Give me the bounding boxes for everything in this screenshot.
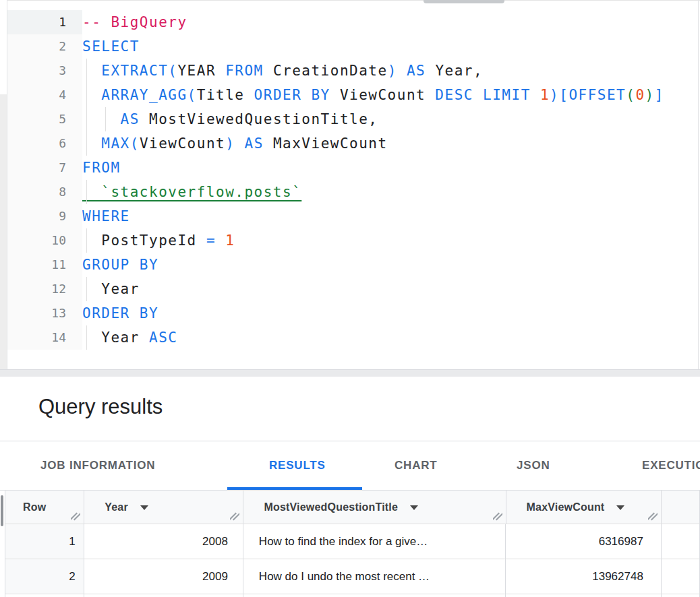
table-row: 12008How to find the index for a give…63… [5,524,700,559]
cell-row: 2 [5,559,84,594]
line-number: 3 [7,59,82,83]
indent-guide [86,180,87,204]
code-line-9[interactable]: WHERE [82,204,698,228]
cell-partial [243,594,506,597]
tab-chart[interactable]: CHART [395,441,438,490]
code-line-13[interactable]: ORDER BY [82,301,698,325]
table-row: 22009How do I undo the most recent …1396… [5,559,700,594]
line-number: 4 [7,83,82,107]
column-resize-grip[interactable] [648,512,658,521]
line-number: 13 [7,301,82,325]
code-line-2[interactable]: SELECT [82,34,698,59]
indent-guide [86,131,87,156]
column-header-label: Year [105,501,128,513]
cell-clipped [662,524,700,559]
results-table: RowYearMostViewedQuestionTitleMaxViewCou… [5,491,700,597]
cell-partial [84,594,243,597]
line-number: 1 [7,10,82,34]
line-number: 2 [7,34,82,59]
column-header-label: MostViewedQuestionTitle [264,501,398,513]
gutter: 1234567891011121314 [7,10,82,350]
code-area[interactable]: -- BigQuerySELECT EXTRACT(YEAR FROM Crea… [82,10,698,350]
code-line-11[interactable]: GROUP BY [82,253,698,277]
code-line-5[interactable]: AS MostViewedQuestionTitle, [82,107,698,131]
sql-editor[interactable]: 1234567891011121314 -- BigQuerySELECT EX… [0,0,700,369]
line-number: 10 [7,228,82,253]
column-header-label: Row [23,501,46,513]
indent-guide [86,277,87,301]
indent-guide [86,228,87,253]
line-number: 6 [7,131,82,156]
editor-top-border [0,0,700,1]
cell-mostviewedquestiontitle: How to find the index for a give… [243,524,506,559]
editor-right-border [698,0,699,369]
line-number: 7 [7,156,82,180]
code-line-1[interactable]: -- BigQuery [82,10,698,34]
code-line-10[interactable]: PostTypeId = 1 [82,228,698,253]
cell-mostviewedquestiontitle: How do I undo the most recent … [243,559,506,594]
column-header-label: MaxViewCount [527,501,605,513]
left-panel-edge [0,0,7,369]
panel-drag-handle[interactable] [424,0,504,3]
column-menu-arrow-icon[interactable] [140,505,148,510]
line-number: 9 [7,204,82,228]
column-resize-grip[interactable] [230,512,239,521]
bigquery-console: 1234567891011121314 -- BigQuerySELECT EX… [0,0,700,597]
indent-guide [105,107,106,131]
cell-year: 2008 [84,524,243,559]
results-tabbar: JOB INFORMATIONRESULTSCHARTJSONEXECUTIO [0,441,700,491]
column-header-clipped [662,491,700,524]
code-line-3[interactable]: EXTRACT(YEAR FROM CreationDate) AS Year, [82,59,698,83]
cell-maxviewcount: 13962748 [506,559,662,594]
line-number: 12 [7,277,82,301]
cell-partial [662,594,700,597]
indent-guide [86,107,87,131]
column-menu-arrow-icon[interactable] [410,505,418,510]
code-line-8[interactable]: `stackoverflow.posts` [82,180,698,204]
table-row-partial [5,594,700,597]
line-number: 11 [7,253,82,277]
cell-clipped [662,559,700,594]
code-line-6[interactable]: MAX(ViewCount) AS MaxViewCount [82,131,698,156]
cell-row: 1 [5,524,84,559]
line-number: 14 [7,325,82,350]
column-header-mostviewedquestiontitle[interactable]: MostViewedQuestionTitle [243,491,506,524]
code-line-4[interactable]: ARRAY_AGG(Title ORDER BY ViewCount DESC … [82,83,698,107]
code-line-14[interactable]: Year ASC [82,325,698,350]
left-panel-edge-shade [0,94,7,369]
cell-year: 2009 [84,559,243,594]
code-line-12[interactable]: Year [82,277,698,301]
code-line-7[interactable]: FROM [82,156,698,180]
page-title: Query results [38,395,163,419]
column-resize-grip[interactable] [493,512,502,521]
line-number: 5 [7,107,82,131]
tab-job-information[interactable]: JOB INFORMATION [40,441,155,490]
tab-json[interactable]: JSON [517,441,550,490]
indent-guide [86,325,87,350]
tab-results[interactable]: RESULTS [269,441,326,490]
column-header-row[interactable]: Row [5,491,84,524]
cell-partial [5,594,84,597]
table-header-row: RowYearMostViewedQuestionTitleMaxViewCou… [5,491,700,524]
column-header-maxviewcount[interactable]: MaxViewCount [506,491,662,524]
cell-partial [506,594,661,597]
tab-executio[interactable]: EXECUTIO [642,441,700,490]
indent-guide [86,83,87,107]
section-divider-band [0,369,700,377]
cell-maxviewcount: 6316987 [506,524,662,559]
column-resize-grip[interactable] [71,512,80,521]
query-results-header: Query results [0,377,700,441]
line-number: 8 [7,180,82,204]
column-header-year[interactable]: Year [84,491,243,524]
vertical-scrollbar-thumb[interactable] [1,495,3,526]
table-body: 12008How to find the index for a give…63… [5,524,700,594]
column-menu-arrow-icon[interactable] [616,505,624,510]
indent-guide [86,59,87,83]
